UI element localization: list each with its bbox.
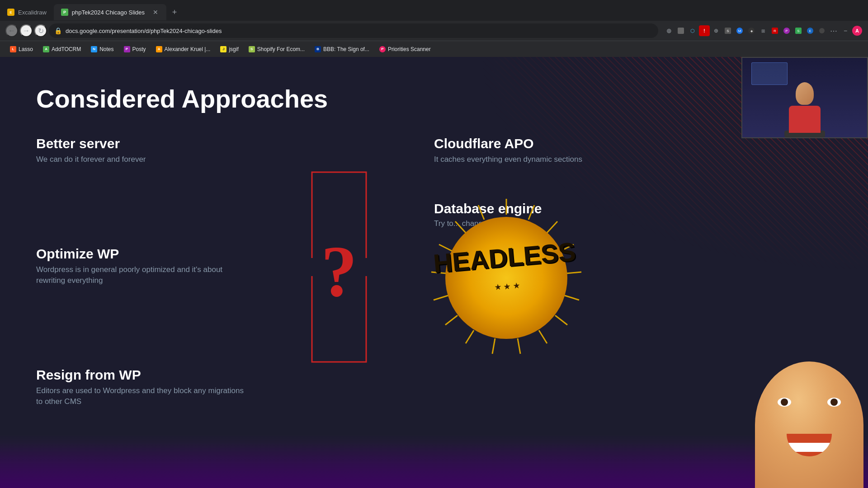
bookmarks-bar: L Lasso A AddTOCRM N Notes P Posty A Ale… xyxy=(0,41,868,57)
approach-optimize-wp: Optimize WP Wordpress is in general poor… xyxy=(36,246,244,286)
svg-line-32 xyxy=(466,330,474,343)
approach-database: Database engine Try to... changes xyxy=(434,201,832,228)
bookmark-shopify[interactable]: S Shopify For Ecom... xyxy=(244,44,309,54)
svg-line-34 xyxy=(434,296,448,300)
svg-line-30 xyxy=(518,338,520,354)
lock-icon: 🔒 xyxy=(54,27,62,34)
bookmark-shopify-favicon: S xyxy=(249,46,255,52)
center-question-mark: ? xyxy=(321,239,357,304)
main-content: Considered Approaches Better server We c… xyxy=(0,57,868,488)
extension-icons: ⊕ ⬡ ! ⊕ S M ◈ ⊞ R P S xyxy=(664,25,863,36)
question-mark-symbol: ? xyxy=(321,231,357,312)
bookmark-bbb-favicon: B xyxy=(315,46,321,52)
tab-phptek[interactable]: P phpTek2024 Chicago Slides ✕ xyxy=(54,4,166,20)
ext-icon-13[interactable]: E xyxy=(805,25,816,36)
ext-icon-9[interactable]: ⊞ xyxy=(758,25,769,36)
ext-icon-6[interactable]: S xyxy=(722,25,733,36)
background-screen xyxy=(751,62,788,85)
address-text: docs.google.com/presentation/d/phpTek202… xyxy=(66,28,653,34)
svg-text:S: S xyxy=(726,29,729,33)
ext-icon-12[interactable]: S xyxy=(793,25,804,36)
address-bar[interactable]: 🔒 docs.google.com/presentation/d/phpTek2… xyxy=(49,23,658,38)
left-column: Better server We can do it forever and f… xyxy=(36,136,253,407)
mouth xyxy=(787,434,832,456)
svg-text:E: E xyxy=(9,10,12,14)
tab-close-button[interactable]: ✕ xyxy=(152,9,159,16)
webcam-scene xyxy=(742,58,867,137)
bookmark-priorities[interactable]: P Priorities Scanner xyxy=(375,44,435,54)
better-server-title: Better server xyxy=(36,136,244,151)
reload-button[interactable]: ↻ xyxy=(34,24,47,37)
ext-icon-5[interactable]: ⊕ xyxy=(711,25,722,36)
svg-text:M: M xyxy=(738,29,741,33)
bookmark-jsgif-favicon: J xyxy=(220,46,226,52)
bookmark-priorities-label: Priorities Scanner xyxy=(388,46,431,52)
ext-icon-11[interactable]: P xyxy=(781,25,792,36)
better-server-desc: We can do it forever and forever xyxy=(36,154,244,165)
svg-line-31 xyxy=(492,338,495,354)
excalidraw-favicon: E xyxy=(7,9,14,16)
headless-sticker-container: HEADLESS ★ ★ ★ xyxy=(420,192,601,364)
back-button[interactable]: ← xyxy=(5,24,18,37)
bookmark-lasso-favicon: L xyxy=(10,46,16,52)
forward-button[interactable]: → xyxy=(20,24,33,37)
optimize-wp-desc: Wordpress is in general poorly optimized… xyxy=(36,264,244,286)
svg-line-29 xyxy=(539,330,547,343)
bookmark-posty[interactable]: P Posty xyxy=(119,44,151,54)
webcam-video xyxy=(742,58,867,137)
optimize-wp-title: Optimize WP xyxy=(36,246,244,262)
bookmark-shopify-label: Shopify For Ecom... xyxy=(257,46,305,52)
ext-icon-16[interactable]: − xyxy=(840,25,851,36)
bookmark-posty-favicon: P xyxy=(124,46,130,52)
approach-better-server: Better server We can do it forever and f… xyxy=(36,136,244,165)
person-figure xyxy=(789,82,821,133)
new-tab-button[interactable]: + xyxy=(168,6,181,19)
browser-toolbar: ← → ↻ 🔒 docs.google.com/presentation/d/p… xyxy=(0,21,868,41)
bookmark-alex-favicon: A xyxy=(156,46,162,52)
bookmark-notes[interactable]: N Notes xyxy=(86,44,118,54)
webcam-overlay xyxy=(741,57,868,138)
bookmark-alex[interactable]: A Alexander Kruel |... xyxy=(151,44,215,54)
svg-line-23 xyxy=(528,205,534,220)
profile-icon[interactable]: A xyxy=(852,25,863,36)
svg-text:P: P xyxy=(63,10,66,14)
bookmark-addtocrm[interactable]: A AddTOCRM xyxy=(38,44,85,54)
ext-icon-15[interactable]: ⋯ xyxy=(828,25,839,36)
slide-area: Considered Approaches Better server We c… xyxy=(0,57,868,488)
svg-rect-4 xyxy=(678,28,684,34)
approaches-layout: Better server We can do it forever and f… xyxy=(36,136,832,407)
ext-icon-8[interactable]: ◈ xyxy=(746,25,757,36)
sunburst-svg: HEADLESS ★ ★ ★ xyxy=(420,192,601,364)
svg-text:E: E xyxy=(809,29,811,33)
tab-excalidraw[interactable]: E Excalidraw xyxy=(0,4,54,20)
face-shape xyxy=(755,361,863,488)
svg-line-24 xyxy=(547,221,557,233)
ext-icon-7[interactable]: M xyxy=(734,25,745,36)
bookmark-lasso-label: Lasso xyxy=(19,46,33,52)
svg-point-19 xyxy=(819,28,825,33)
tab-phptek-label: phpTek2024 Chicago Slides xyxy=(72,9,145,16)
ext-icon-4[interactable]: ! xyxy=(699,25,710,36)
svg-text:R: R xyxy=(774,29,776,33)
svg-line-27 xyxy=(565,296,579,300)
cloudflare-desc: It caches everything even dynamic sectio… xyxy=(434,154,832,165)
ext-icon-14[interactable] xyxy=(816,25,827,36)
svg-point-39 xyxy=(445,217,567,339)
svg-text:S: S xyxy=(797,29,799,33)
svg-line-33 xyxy=(445,315,458,325)
tab-bar: E Excalidraw P phpTek2024 Chicago Slides… xyxy=(0,0,868,21)
bookmark-bbb[interactable]: B BBB: The Sign of... xyxy=(310,44,374,54)
ext-icon-1[interactable]: ⊕ xyxy=(664,25,675,36)
slide-content: Considered Approaches Better server We c… xyxy=(0,57,868,488)
slide-title: Considered Approaches xyxy=(36,84,832,113)
ext-icon-2[interactable] xyxy=(675,25,686,36)
ext-icon-10[interactable]: R xyxy=(769,25,780,36)
bookmark-bbb-label: BBB: The Sign of... xyxy=(323,46,369,52)
tab-excalidraw-label: Excalidraw xyxy=(18,9,47,16)
bookmark-posty-label: Posty xyxy=(132,46,146,52)
person-cutout xyxy=(741,343,868,488)
phptek-favicon: P xyxy=(61,9,68,16)
bookmark-jsgif[interactable]: J jsgif xyxy=(216,44,243,54)
ext-icon-3[interactable]: ⬡ xyxy=(687,25,698,36)
bookmark-lasso[interactable]: L Lasso xyxy=(5,44,38,54)
